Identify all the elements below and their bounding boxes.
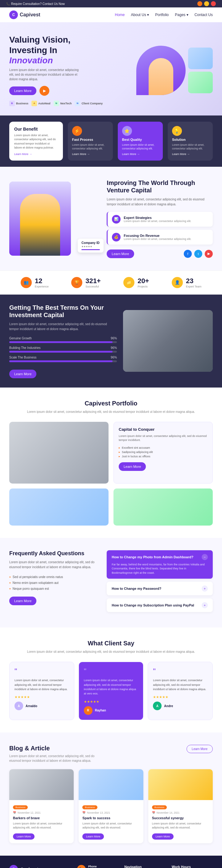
footer-logo: C Capivest bbox=[9, 865, 71, 868]
testimonials-grid: " Lorem ipsum dolor sit amet, consectetu… bbox=[9, 662, 213, 720]
blog-read-more-1[interactable]: Learn More bbox=[13, 833, 35, 840]
faq-item-1[interactable]: How to Change my Photo from Admin Dashbo… bbox=[107, 550, 213, 579]
logo-autoneal: A AutoNeal bbox=[32, 101, 50, 106]
quote-icon-3: " bbox=[153, 667, 208, 676]
blog-read-more-2[interactable]: Learn More bbox=[82, 833, 104, 840]
blog-excerpt-3: Lorem ipsum dolor sit amet, consectetur … bbox=[152, 822, 209, 830]
blog-card-3: Business 📅 November 14, 2021 Successful … bbox=[148, 769, 213, 843]
top-bar: 📞 Require Consultation? Contact Us Now bbox=[0, 0, 222, 7]
play-button[interactable]: ▶ bbox=[39, 86, 49, 96]
benefit-card-solution: 💡 Solution Lorem ipsum dolor sit amet, c… bbox=[168, 122, 213, 161]
footer-phone-icon: 📞 bbox=[77, 865, 86, 868]
testimonial-text-2: Lorem ipsum dolor sit amet, consectetur … bbox=[84, 678, 139, 696]
hero-content: Valuing Vision, Investing In Innovation … bbox=[9, 35, 108, 106]
venture-person-image bbox=[9, 182, 71, 256]
strategy-revenue-desc: Lorem ipsum dolor sit amet, consectetur … bbox=[124, 238, 191, 241]
benefit-card-quality: ⭐ Best Quality Lorem ipsum dolor sit ame… bbox=[118, 122, 163, 161]
stat-experience: 👥 12 Experience bbox=[21, 277, 49, 288]
faq-item-2[interactable]: How to Change my Password? + bbox=[107, 582, 213, 595]
twitter-icon[interactable]: t bbox=[194, 250, 202, 258]
testimonial-card-2: " Lorem ipsum dolor sit amet, consectetu… bbox=[79, 662, 144, 720]
venture-learn-more-button[interactable]: Learn More bbox=[107, 249, 134, 258]
faq-item-1-title: How to Change my Photo from Admin Dashbo… bbox=[112, 555, 193, 559]
facebook-icon[interactable]: f bbox=[184, 250, 192, 258]
investment-section: Getting The Best Terms On Your Investmen… bbox=[0, 294, 222, 388]
blog-header: Blog & Article Lorem ipsum dolor sit ame… bbox=[9, 745, 213, 763]
stat-team: 👤 23 Expert Team bbox=[172, 277, 201, 288]
hero-desc: Lorem ipsum dolor sit amet, consectetur … bbox=[9, 68, 83, 82]
blog-post-title-3: Successful synergy bbox=[152, 816, 209, 820]
faq-item-3-icon: + bbox=[202, 602, 208, 608]
youtube-icon[interactable]: ▶ bbox=[205, 250, 213, 258]
hero-small-image-2 bbox=[188, 72, 213, 93]
testimonial-author-1: A Arnaldo bbox=[14, 702, 69, 710]
faq-item-3-header[interactable]: How to Change my Subscription Plan using… bbox=[112, 602, 208, 608]
stat-successful-label: Successful bbox=[85, 285, 101, 288]
nav-home[interactable]: Home bbox=[115, 13, 125, 17]
nav-pages[interactable]: Pages ▾ bbox=[175, 13, 188, 17]
portfolio-section: Capivest Portfolio Lorem ipsum dolor sit… bbox=[0, 388, 222, 538]
benefit-main-desc: Lorem ipsum dolor sit amet, consectetur … bbox=[14, 133, 58, 150]
testimonial-card-1: " Lorem ipsum dolor sit amet, consectetu… bbox=[9, 662, 74, 720]
portfolio-image-1 bbox=[9, 422, 109, 484]
author-avatar-3: A bbox=[153, 702, 161, 710]
progress-industries-bg bbox=[9, 351, 117, 353]
hero-images bbox=[114, 46, 213, 95]
blog-image-1 bbox=[9, 769, 74, 800]
blog-learn-more-button[interactable]: Learn More bbox=[187, 745, 213, 753]
nav-portfolio[interactable]: Portfolio bbox=[155, 13, 169, 17]
progress-industries-label: Building The Industries 96% bbox=[9, 346, 117, 349]
portfolio-list-item-3: Just in luctus ac offices bbox=[119, 454, 208, 459]
stat-projects: 📁 20+ Projects bbox=[123, 277, 149, 288]
logo-business: B Business bbox=[9, 101, 28, 106]
portfolio-learn-more-button[interactable]: Learn More bbox=[119, 462, 146, 471]
venture-section: Company ID ★★★★★ Improving The World Thr… bbox=[0, 167, 222, 271]
blog-tag-3: Business bbox=[152, 805, 167, 809]
faq-item-3[interactable]: How to Change my Subscription Plan using… bbox=[107, 598, 213, 612]
hero-secondary-images bbox=[188, 48, 213, 93]
logo: C Capivest bbox=[9, 10, 40, 19]
stat-successful-num: 321+ bbox=[85, 277, 101, 285]
benefit-fast-learn-more[interactable]: Learn More → bbox=[72, 153, 109, 156]
faq-item-1-header[interactable]: How to Change my Photo from Admin Dashbo… bbox=[112, 554, 208, 560]
logo-business-icon: B bbox=[9, 101, 15, 106]
investment-learn-more-button[interactable]: Learn More bbox=[9, 370, 36, 378]
faq-learn-more-button[interactable]: Learn More bbox=[9, 596, 36, 605]
progress-business-bg bbox=[9, 360, 117, 362]
nav-about[interactable]: About Us ▾ bbox=[131, 13, 149, 17]
venture-overlay-card: Company ID ★★★★★ bbox=[78, 239, 104, 253]
footer-logo-icon: C bbox=[9, 865, 18, 868]
blog-content-1: Business 📅 November 12, 2021 Barkers of … bbox=[9, 800, 74, 843]
top-bar-circles bbox=[197, 1, 216, 6]
faq-content: Frequently Asked Questions Lorem ipsum d… bbox=[9, 550, 98, 615]
blog-read-more-3[interactable]: Learn More bbox=[152, 833, 174, 840]
portfolio-row2 bbox=[9, 489, 213, 526]
strategy-revenue-icon: 💰 bbox=[112, 233, 120, 242]
stat-team-num: 23 bbox=[186, 277, 201, 285]
stat-team-label: Expert Team bbox=[186, 285, 201, 288]
investment-image bbox=[123, 310, 213, 372]
portfolio-card: Capital to Conquer Lorem ipsum dolor sit… bbox=[113, 422, 213, 484]
author-name-2: Rayhan bbox=[95, 709, 106, 712]
stat-team-data: 23 Expert Team bbox=[186, 277, 201, 288]
benefit-solution-learn-more[interactable]: Learn More → bbox=[172, 153, 209, 156]
benefit-quality-learn-more[interactable]: Learn More → bbox=[122, 153, 158, 156]
author-name-3: Andre bbox=[164, 704, 173, 708]
venture-desc: Lorem ipsum dolor sit amet, consectetur … bbox=[107, 197, 213, 207]
blog-title: Blog & Article bbox=[9, 745, 102, 752]
logo-autoneal-icon: A bbox=[32, 101, 37, 106]
blog-desc: Lorem ipsum dolor sit amet, consectetur … bbox=[9, 754, 102, 763]
strategy-revenue-text: Focusing On Revenue Lorem ipsum dolor si… bbox=[124, 234, 191, 241]
faq-item-3-title: How to Change my Subscription Plan using… bbox=[112, 603, 194, 607]
hero-learn-more-button[interactable]: Learn More bbox=[9, 87, 36, 95]
benefit-quality-title: Best Quality bbox=[122, 138, 158, 142]
nav-contact[interactable]: Contact Us bbox=[194, 13, 213, 17]
progress-business-fill bbox=[9, 360, 113, 362]
footer-workhours-title: Work Hours bbox=[172, 865, 213, 868]
circle-red bbox=[211, 1, 216, 6]
benefit-main-learn-more[interactable]: Learn More → bbox=[14, 153, 58, 156]
footer-phone-label: Phone bbox=[88, 865, 109, 868]
strategy-expert-text: Expert Strategies Lorem ipsum dolor sit … bbox=[124, 216, 191, 223]
circle-orange bbox=[197, 1, 202, 6]
faq-item-2-header[interactable]: How to Change my Password? + bbox=[112, 585, 208, 592]
